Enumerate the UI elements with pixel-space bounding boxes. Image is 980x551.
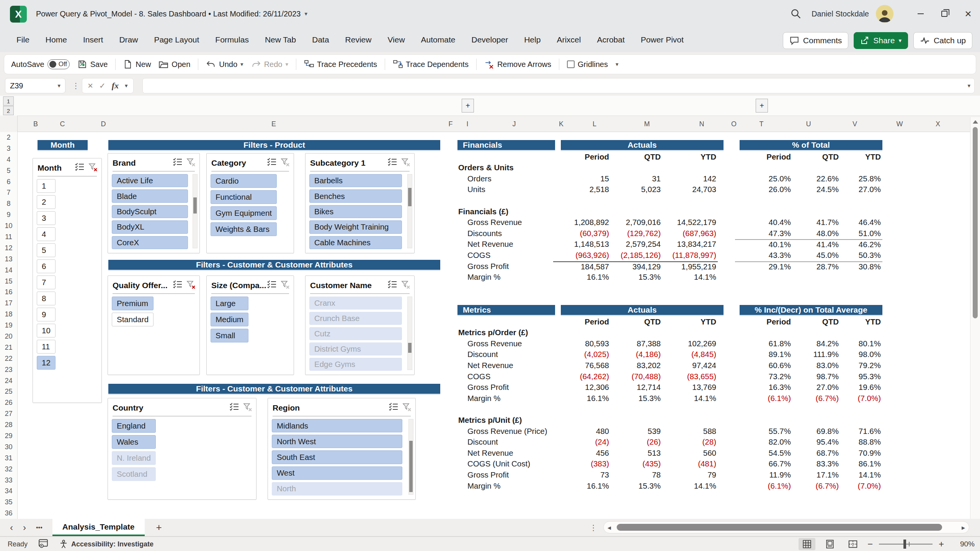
- slicer-item[interactable]: 3: [37, 211, 56, 225]
- slicer-item[interactable]: Wales: [112, 435, 156, 449]
- minimize-button[interactable]: [909, 5, 933, 23]
- row-header[interactable]: 22: [0, 353, 17, 364]
- column-header[interactable]: J: [513, 116, 516, 132]
- slicer-item[interactable]: Scotland: [112, 467, 156, 481]
- row-header[interactable]: 16: [0, 287, 17, 298]
- clear-filter-icon[interactable]: [281, 158, 290, 168]
- slicer-item[interactable]: Large: [211, 297, 248, 310]
- cell-pct-period[interactable]: 11.9%: [735, 470, 792, 479]
- slicer-item[interactable]: 9: [37, 308, 56, 321]
- horizontal-scroll-thumb[interactable]: [617, 524, 942, 531]
- multiselect-icon[interactable]: [267, 158, 277, 168]
- ribbon-tab[interactable]: Automate: [413, 28, 464, 52]
- enter-formula-icon[interactable]: ✓: [99, 81, 106, 90]
- multiselect-icon[interactable]: [229, 403, 239, 413]
- row-header[interactable]: 7: [0, 187, 17, 198]
- cell-pct-qtd[interactable]: 24.5%: [792, 185, 840, 194]
- cell-pct-period[interactable]: 25.0%: [735, 174, 792, 183]
- ribbon-tab[interactable]: Page Layout: [146, 28, 207, 52]
- cell-actual-qtd[interactable]: 539: [611, 427, 662, 436]
- slicer-item[interactable]: Small: [211, 329, 248, 342]
- row-header[interactable]: 13: [0, 254, 17, 265]
- column-header[interactable]: I: [466, 116, 468, 132]
- cell-pct-period[interactable]: 43.3%: [735, 251, 792, 260]
- cell-actual-period[interactable]: 15: [553, 174, 611, 183]
- row-header[interactable]: 30: [0, 442, 17, 453]
- open-button[interactable]: Open: [158, 59, 190, 69]
- cell-actual-qtd[interactable]: (2,185,126): [611, 251, 662, 260]
- slicer-item[interactable]: Crunch Base: [309, 312, 402, 325]
- row-header[interactable]: 14: [0, 265, 17, 276]
- row-header[interactable]: 33: [0, 475, 17, 486]
- cell-pct-ytd[interactable]: 70.9%: [840, 448, 882, 458]
- cell-pct-period[interactable]: 89.1%: [735, 350, 792, 359]
- ribbon-tab[interactable]: Data: [304, 28, 337, 52]
- slicer-item[interactable]: CoreX: [112, 236, 188, 249]
- cell-pct-period[interactable]: 47.3%: [735, 229, 792, 238]
- multiselect-icon[interactable]: [173, 158, 183, 168]
- multiselect-icon[interactable]: [389, 403, 399, 413]
- column-header[interactable]: C: [60, 116, 65, 132]
- row-header[interactable]: 18: [0, 309, 17, 320]
- cell-actual-ytd[interactable]: 102,269: [662, 339, 718, 348]
- cell-actual-ytd[interactable]: 14.1%: [662, 394, 718, 403]
- cell-actual-qtd[interactable]: (26): [611, 437, 662, 447]
- comments-button[interactable]: Comments: [783, 32, 849, 49]
- multiselect-icon[interactable]: [387, 280, 397, 290]
- cell-pct-qtd[interactable]: 22.6%: [792, 174, 840, 183]
- cell-pct-ytd[interactable]: 46.4%: [840, 218, 882, 227]
- cell-pct-qtd[interactable]: (6.7%): [792, 394, 840, 403]
- cell-actual-period[interactable]: 1,148,513: [553, 240, 611, 249]
- cell-pct-qtd[interactable]: 48.0%: [792, 229, 840, 238]
- cell-actual-period[interactable]: (383): [553, 459, 611, 468]
- insert-function-icon[interactable]: fx: [112, 81, 119, 91]
- cell-pct-period[interactable]: 29.1%: [735, 261, 792, 271]
- cell-actual-ytd[interactable]: 588: [662, 427, 718, 436]
- cell-actual-ytd[interactable]: 14.1%: [662, 272, 718, 282]
- autosave-toggle[interactable]: AutoSave Off: [11, 59, 70, 69]
- column-header[interactable]: K: [559, 116, 564, 132]
- clear-filter-icon[interactable]: [281, 280, 290, 291]
- cell-pct-period[interactable]: 82.0%: [735, 437, 792, 447]
- cell-pct-period[interactable]: (6.1%): [735, 481, 792, 491]
- cell-pct-ytd[interactable]: 98.0%: [840, 350, 882, 359]
- slicer-item[interactable]: BodySculpt: [112, 205, 188, 218]
- slicer-item[interactable]: North West: [272, 435, 402, 448]
- cell-pct-period[interactable]: 55.7%: [735, 427, 792, 436]
- zoom-out-button[interactable]: −: [867, 539, 873, 549]
- cell-actual-period[interactable]: (24): [553, 437, 611, 447]
- cell-actual-qtd[interactable]: (4,186): [611, 350, 662, 359]
- scroll-right-icon[interactable]: ▸: [962, 522, 965, 534]
- formula-input[interactable]: ▾: [142, 78, 975, 93]
- cell-pct-ytd[interactable]: 71.6%: [840, 427, 882, 436]
- cell-pct-qtd[interactable]: (6.7%): [792, 481, 840, 491]
- cell-actual-ytd[interactable]: (481): [662, 459, 718, 468]
- remove-arrows-button[interactable]: Remove Arrows: [484, 59, 551, 69]
- sheet-list-icon[interactable]: •••: [36, 524, 42, 531]
- slicer-item[interactable]: Barbells: [309, 174, 402, 187]
- column-headers[interactable]: BCDEFIJKLMNOTUVWX: [0, 116, 980, 132]
- cell-actual-qtd[interactable]: 15.3%: [611, 272, 662, 282]
- cell-actual-qtd[interactable]: 83,202: [611, 361, 662, 370]
- column-header[interactable]: W: [897, 116, 903, 132]
- row-header[interactable]: 8: [0, 198, 17, 209]
- row-header[interactable]: 36: [0, 508, 17, 519]
- cell-pct-qtd[interactable]: 95.4%: [792, 437, 840, 447]
- cell-pct-period[interactable]: 61.8%: [735, 339, 792, 348]
- cell-pct-qtd[interactable]: 17.1%: [792, 470, 840, 479]
- cell-pct-qtd[interactable]: 83.0%: [792, 361, 840, 370]
- cell-pct-period[interactable]: 16.3%: [735, 383, 792, 392]
- cell-pct-ytd[interactable]: 19.6%: [840, 383, 882, 392]
- row-header[interactable]: 2: [0, 132, 17, 143]
- cell-actual-ytd[interactable]: 79: [662, 470, 718, 479]
- share-button[interactable]: Share ▾: [854, 32, 908, 49]
- cell-actual-period[interactable]: 16.1%: [553, 481, 611, 491]
- restore-button[interactable]: [933, 5, 956, 23]
- cell-actual-ytd[interactable]: 1,955,219: [662, 261, 718, 271]
- row-header[interactable]: 20: [0, 331, 17, 342]
- cell-pct-qtd[interactable]: 98.7%: [792, 372, 840, 381]
- cell-actual-period[interactable]: (4,025): [553, 350, 611, 359]
- row-headers[interactable]: 2345678910111213141516171819202122232425…: [0, 132, 18, 519]
- ribbon-tab[interactable]: Developer: [463, 28, 516, 52]
- cancel-formula-icon[interactable]: ×: [88, 80, 93, 91]
